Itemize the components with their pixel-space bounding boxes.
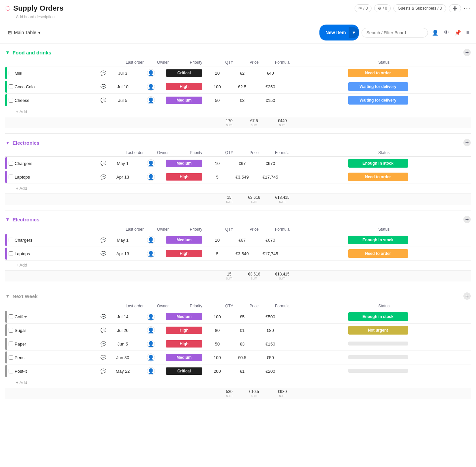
status-badge[interactable]: Not urgent [348, 326, 408, 335]
owner-avatar[interactable]: 👤 [147, 367, 155, 375]
priority-badge[interactable]: Medium [166, 313, 202, 320]
board-description[interactable]: Add board description [0, 14, 476, 22]
sum-formula-label: sum [267, 276, 297, 280]
owner-avatar[interactable]: 👤 [147, 250, 155, 258]
sum-price-label: sum [241, 276, 267, 280]
cell-status [285, 355, 471, 360]
pin-icon[interactable]: 📌 [453, 28, 462, 37]
owner-avatar[interactable]: 👤 [147, 236, 155, 244]
new-item-chevron[interactable]: ▾ [349, 27, 359, 38]
new-item-button[interactable]: New Item ▾ [319, 25, 359, 40]
row-name: Chargers [15, 161, 99, 166]
status-badge[interactable] [348, 355, 408, 359]
owner-avatar[interactable]: 👤 [147, 159, 155, 167]
search-input[interactable] [362, 28, 428, 38]
group-toggle-electronics1[interactable]: ▼ [5, 140, 10, 145]
row-checkbox[interactable] [9, 98, 13, 103]
owner-avatar[interactable]: 👤 [147, 173, 155, 181]
priority-badge[interactable]: High [166, 250, 202, 257]
group-header-electronics1[interactable]: ▼ Electronics + [0, 136, 476, 149]
owner-avatar[interactable]: 👤 [147, 340, 155, 348]
guests-pill[interactable]: Guests & Subscribers / 3 [393, 4, 446, 12]
comment-icon[interactable]: 💬 [101, 314, 106, 319]
row-checkbox[interactable] [9, 342, 13, 346]
comment-icon[interactable]: 💬 [101, 174, 106, 180]
priority-badge[interactable]: Medium [166, 160, 202, 167]
status-badge[interactable]: Enough in stock [348, 236, 408, 244]
group-header-food[interactable]: ▼ Food and drinks + [0, 46, 476, 59]
row-checkbox[interactable] [9, 355, 13, 360]
add-column-nextweek[interactable]: + [463, 292, 471, 300]
priority-badge[interactable]: High [166, 340, 202, 348]
comment-icon[interactable]: 💬 [101, 328, 106, 333]
priority-badge[interactable]: High [166, 83, 202, 90]
add-row-button[interactable]: + Add [5, 378, 471, 387]
add-column-food[interactable]: + [463, 49, 471, 56]
status-badge[interactable]: Need to order [348, 173, 408, 181]
priority-badge[interactable]: Medium [166, 97, 202, 104]
priority-badge[interactable]: Critical [166, 69, 202, 77]
add-row-button[interactable]: + Add [5, 107, 471, 116]
views-pill[interactable]: 👁 / 0 [355, 4, 372, 12]
priority-badge[interactable]: Medium [166, 354, 202, 361]
cell-formula: €17,745 [255, 175, 285, 180]
status-badge[interactable] [348, 369, 408, 373]
row-checkbox[interactable] [9, 314, 13, 319]
status-badge[interactable]: Need to order [348, 69, 408, 77]
status-badge[interactable]: Need to order [348, 249, 408, 258]
row-checkbox[interactable] [9, 84, 13, 89]
priority-badge[interactable]: High [166, 173, 202, 181]
main-table-button[interactable]: ⊞ Main Table ▾ [5, 28, 43, 37]
owner-avatar[interactable]: 👤 [147, 69, 155, 77]
comment-icon[interactable]: 💬 [101, 251, 106, 256]
cell-priority: High [163, 340, 206, 348]
comment-icon[interactable]: 💬 [101, 237, 106, 243]
more-options-button[interactable]: ··· [464, 5, 471, 12]
row-checkbox[interactable] [9, 251, 13, 256]
comment-icon[interactable]: 💬 [101, 341, 106, 347]
eye-icon: 👁 [358, 6, 362, 11]
add-column-electronics1[interactable]: + [463, 139, 471, 146]
table-row: Coca Cola 💬 Jul 10 👤 High 100 €2.5 €250 … [5, 80, 471, 94]
status-badge[interactable]: Enough in stock [348, 312, 408, 321]
add-row-button[interactable]: + Add [5, 184, 471, 193]
priority-badge[interactable]: High [166, 327, 202, 334]
comment-icon[interactable]: 💬 [101, 84, 106, 89]
comment-icon[interactable]: 💬 [101, 161, 106, 166]
person-filter-icon[interactable]: 👤 [431, 28, 440, 37]
group-header-nextweek[interactable]: ▼ Next Week + [0, 290, 476, 302]
automations-pill[interactable]: ⚙ / 0 [374, 4, 391, 12]
comment-icon[interactable]: 💬 [101, 368, 106, 374]
priority-badge[interactable]: Medium [166, 236, 202, 244]
group-toggle-electronics2[interactable]: ▼ [5, 217, 10, 222]
owner-avatar[interactable]: 👤 [147, 313, 155, 321]
row-checkbox[interactable] [9, 369, 13, 373]
add-row-button[interactable]: + Add [5, 261, 471, 270]
row-checkbox[interactable] [9, 175, 13, 179]
group-header-electronics2[interactable]: ▼ Electronics + [0, 213, 476, 226]
cell-priority: Medium [163, 354, 206, 361]
group-toggle-food[interactable]: ▼ [5, 50, 10, 55]
row-checkbox[interactable] [9, 161, 13, 166]
row-checkbox[interactable] [9, 328, 13, 333]
comment-icon[interactable]: 💬 [101, 98, 106, 103]
owner-avatar[interactable]: 👤 [147, 326, 155, 334]
row-checkbox[interactable] [9, 238, 13, 242]
status-badge[interactable]: Enough in stock [348, 159, 408, 168]
owner-avatar[interactable]: 👤 [147, 96, 155, 104]
row-checkbox[interactable] [9, 71, 13, 75]
comment-icon[interactable]: 💬 [101, 70, 106, 76]
group-toggle-nextweek[interactable]: ▼ [5, 293, 10, 299]
priority-badge[interactable]: Critical [166, 367, 202, 375]
owner-avatar[interactable]: 👤 [147, 83, 155, 91]
comment-icon[interactable]: 💬 [101, 355, 106, 360]
filter-icon[interactable]: ≡ [465, 28, 471, 37]
row-name-cell: Cheese 💬 [9, 98, 106, 103]
add-column-electronics2[interactable]: + [463, 216, 471, 223]
status-badge[interactable]: Waiting for delivery [348, 82, 408, 91]
owner-avatar[interactable]: 👤 [147, 353, 155, 361]
eye-filter-icon[interactable]: 👁 [442, 28, 450, 37]
invite-icon[interactable]: ➕ [449, 4, 461, 12]
status-badge[interactable] [348, 342, 408, 346]
status-badge[interactable]: Waiting for delivery [348, 96, 408, 105]
